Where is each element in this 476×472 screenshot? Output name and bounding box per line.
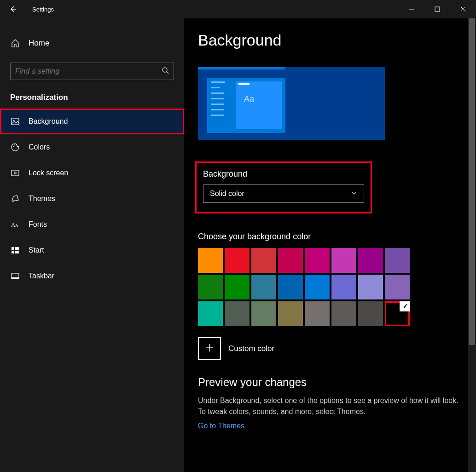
checkmark-icon: ✓	[403, 302, 408, 310]
svg-rect-17	[15, 247, 19, 250]
svg-text:A: A	[15, 223, 18, 228]
color-swatch[interactable]	[358, 301, 383, 326]
background-dropdown-label: Background	[203, 169, 364, 179]
home-label: Home	[29, 39, 49, 48]
svg-rect-2	[435, 7, 440, 12]
background-dropdown-value: Solid color	[210, 190, 244, 198]
custom-color-label: Custom color	[228, 344, 274, 353]
maximize-button[interactable]	[424, 0, 450, 18]
color-swatch[interactable]	[331, 301, 356, 326]
sidebar-item-start[interactable]: Start	[0, 237, 184, 263]
svg-point-9	[13, 146, 14, 147]
sidebar-item-label: Start	[29, 246, 44, 254]
close-button[interactable]	[450, 0, 476, 18]
chevron-down-icon	[351, 190, 357, 198]
svg-point-5	[163, 68, 167, 72]
color-swatch[interactable]	[198, 275, 223, 299]
picture-icon	[10, 116, 20, 127]
color-grid: ✓	[198, 248, 462, 326]
svg-rect-19	[15, 251, 19, 253]
sidebar-item-taskbar[interactable]: Taskbar	[0, 263, 184, 289]
sidebar-item-colors[interactable]: Colors	[0, 134, 184, 160]
scrollbar-thumb[interactable]	[469, 18, 475, 345]
preview-heading: Preview your changes	[198, 376, 462, 389]
search-icon	[162, 67, 169, 76]
color-swatch[interactable]	[225, 301, 250, 326]
fonts-icon: AA	[10, 219, 20, 230]
preview-body: Under Background, select one of the opti…	[198, 395, 462, 417]
plus-icon	[205, 342, 214, 355]
window-controls	[399, 0, 476, 18]
background-dropdown-section: Background Solid color	[195, 161, 372, 213]
main-panel: Background Aa Background Solid color Cho…	[184, 18, 476, 472]
color-swatch[interactable]	[305, 248, 330, 273]
sidebar-item-label: Background	[29, 117, 68, 126]
preview-sample-text: Aa	[244, 94, 254, 104]
minimize-button[interactable]	[399, 0, 424, 18]
color-swatch[interactable]	[198, 301, 223, 326]
sidebar-item-themes[interactable]: Themes	[0, 186, 184, 212]
color-swatch[interactable]	[385, 248, 410, 273]
svg-rect-16	[12, 247, 14, 250]
sidebar-item-label: Taskbar	[29, 272, 54, 280]
sidebar-item-label: Fonts	[29, 220, 47, 229]
sidebar-item-label: Colors	[29, 143, 50, 151]
color-swatch[interactable]	[278, 275, 303, 299]
color-swatch[interactable]	[358, 248, 383, 273]
palette-icon	[10, 142, 20, 152]
svg-point-8	[13, 120, 15, 121]
sidebar: Home Personalization BackgroundColorsLoc…	[0, 18, 184, 472]
color-swatch[interactable]	[251, 301, 276, 326]
sidebar-item-label: Themes	[29, 195, 55, 203]
color-swatch[interactable]	[305, 301, 330, 326]
svg-point-10	[14, 144, 15, 145]
color-swatch[interactable]	[358, 275, 383, 299]
background-dropdown[interactable]: Solid color	[203, 184, 364, 203]
color-swatch[interactable]	[251, 248, 276, 273]
svg-line-6	[167, 72, 168, 74]
search-box[interactable]	[10, 63, 174, 80]
svg-rect-18	[12, 251, 14, 253]
custom-color-button[interactable]	[198, 337, 221, 360]
sidebar-item-fonts[interactable]: AAFonts	[0, 212, 184, 237]
window-title: Settings	[32, 6, 54, 13]
section-header: Personalization	[0, 89, 184, 109]
start-icon	[10, 245, 20, 255]
color-grid-label: Choose your background color	[198, 232, 462, 242]
color-swatch[interactable]	[385, 275, 410, 299]
color-swatch[interactable]	[225, 275, 250, 299]
svg-rect-12	[12, 170, 19, 176]
color-swatch[interactable]	[225, 248, 250, 273]
color-swatch[interactable]	[331, 248, 356, 273]
home-button[interactable]: Home	[0, 32, 184, 54]
color-swatch[interactable]	[198, 248, 223, 273]
custom-color-row: Custom color	[198, 337, 462, 360]
svg-rect-21	[12, 277, 19, 279]
sidebar-item-background[interactable]: Background	[0, 109, 184, 134]
svg-rect-13	[14, 172, 16, 174]
color-swatch[interactable]	[278, 301, 303, 326]
color-swatch[interactable]: ✓	[385, 301, 410, 326]
desktop-preview: Aa	[198, 67, 385, 140]
color-swatch[interactable]	[305, 275, 330, 299]
themes-icon	[10, 194, 20, 204]
sidebar-item-label: Lock screen	[29, 169, 68, 177]
color-swatch[interactable]	[278, 248, 303, 273]
page-heading: Background	[198, 31, 462, 49]
taskbar-icon	[10, 271, 20, 281]
search-input[interactable]	[15, 67, 162, 75]
color-swatch[interactable]	[251, 275, 276, 299]
sidebar-item-lock-screen[interactable]: Lock screen	[0, 160, 184, 186]
lock-screen-icon	[10, 168, 20, 178]
color-swatch[interactable]	[331, 275, 356, 299]
go-to-themes-link[interactable]: Go to Themes	[198, 422, 244, 430]
back-icon[interactable]	[9, 6, 17, 13]
home-icon	[10, 38, 20, 48]
svg-point-11	[16, 144, 17, 145]
